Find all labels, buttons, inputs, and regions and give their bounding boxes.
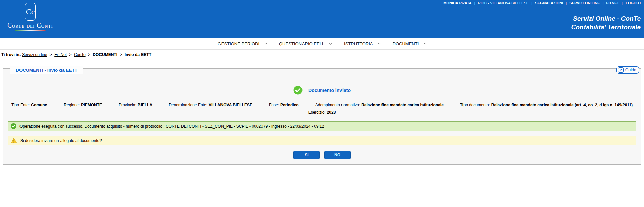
field-label: Denominazione Ente: — [169, 103, 207, 107]
page-title-tab: DOCUMENTI - Invio da EETT — [10, 66, 83, 74]
field-adempimento-normativo: Adempimento normativo:Relazione fine man… — [315, 103, 444, 107]
status-text: Documento inviato — [308, 88, 351, 93]
link-servizi-on-line[interactable]: SERVIZI ON LINE — [569, 1, 600, 5]
success-message-text: Operazione eseguita con successo. Docume… — [19, 124, 324, 129]
chevron-down-icon — [424, 41, 427, 44]
separator: | — [603, 1, 604, 5]
field-value: Relazione fine mandato carica istituzion… — [491, 103, 633, 107]
separator: | — [566, 1, 567, 5]
chevron-down-icon — [329, 41, 332, 44]
breadcrumb-section: DOCUMENTI — [93, 52, 117, 57]
field-value: Relazione fine mandato carica istituzion… — [361, 103, 444, 107]
field-value: VILLANOVA BIELLESE — [209, 103, 252, 107]
menu-label: DOCUMENTI — [393, 41, 419, 46]
breadcrumb-current-page: Invio da EETT — [125, 52, 151, 57]
italian-flag-stripe — [15, 30, 46, 31]
field-regione: Regione:PIEMONTE — [64, 103, 102, 107]
check-circle-icon — [11, 123, 16, 129]
link-logout[interactable]: LOGOUT — [626, 1, 641, 5]
si-button[interactable]: SI — [293, 151, 320, 159]
breadcrumb-link-servizi-on-line[interactable]: Servizi on-line — [22, 52, 47, 57]
chevron-down-icon — [377, 41, 381, 44]
app-header: Cc Corte dei Conti MONICA PRATA | RIDC -… — [0, 0, 644, 38]
app-title-line2: Contabilita' Territoriale — [571, 23, 641, 32]
field-value: Comune — [31, 103, 47, 107]
question-message-text: Si desidera inviare un allegato al docum… — [20, 138, 102, 143]
field-label: Adempimento normativo: — [315, 103, 360, 107]
field-provincia: Provincia:BIELLA — [119, 103, 152, 107]
guida-button[interactable]: ? Guida — [616, 66, 639, 74]
breadcrumb-link-fitnet[interactable]: FiTNet — [54, 52, 67, 57]
breadcrumb: Ti trovi in: Servizi on-line > FiTNet > … — [0, 49, 644, 60]
separator: | — [622, 1, 623, 5]
menu-questionario-eell[interactable]: QUESTIONARIO EELL — [279, 41, 332, 46]
separator: > — [88, 52, 90, 57]
corte-dei-conti-logo: Cc Corte dei Conti — [3, 3, 57, 31]
document-info-row: Tipo Ente:Comune Regione:PIEMONTE Provin… — [3, 103, 641, 107]
field-label: Esercizio: — [308, 110, 326, 115]
field-tipo-ente: Tipo Ente:Comune — [11, 103, 47, 107]
field-label: Provincia: — [119, 103, 136, 107]
field-denominazione-ente: Denominazione Ente:VILLANOVA BIELLESE — [169, 103, 252, 107]
question-mark-icon: ? — [618, 67, 624, 73]
menu-istruttoria[interactable]: ISTRUTTORIA — [344, 41, 380, 46]
breadcrumb-prefix: Ti trovi in: — [1, 52, 21, 57]
no-button[interactable]: NO — [324, 151, 351, 159]
field-value: Periodico — [280, 103, 299, 107]
field-value: PIEMONTE — [81, 103, 102, 107]
app-title-line1: Servizi Online - ConTe — [571, 15, 641, 23]
user-bar: MONICA PRATA | RIDC - VILLANOVA BIELLESE… — [443, 1, 641, 5]
field-label: Tipo documento: — [460, 103, 490, 107]
link-fitnet[interactable]: FITNET — [606, 1, 619, 5]
field-esercizio: Esercizio:2023 — [3, 110, 641, 115]
user-role: RIDC - VILLANOVA BIELLESE — [478, 1, 529, 5]
chevron-down-icon — [264, 41, 268, 44]
warning-triangle-icon — [11, 138, 17, 143]
menu-gestione-periodi[interactable]: GESTIONE PERIODI — [218, 41, 267, 46]
cc-monogram-icon: Cc — [25, 3, 36, 21]
check-circle-icon — [293, 86, 303, 95]
guida-label: Guida — [625, 68, 636, 72]
field-value: 2023 — [327, 110, 336, 115]
field-tipo-documento: Tipo documento:Relazione fine mandato ca… — [460, 103, 633, 107]
app-title: Servizi Online - ConTe Contabilita' Terr… — [571, 15, 641, 31]
separator: > — [50, 52, 52, 57]
menu-label: ISTRUTTORIA — [344, 41, 373, 46]
logo-institution-name: Corte dei Conti — [3, 22, 57, 29]
user-name: MONICA PRATA — [443, 1, 472, 5]
link-segnalazioni[interactable]: SEGNALAZIONI — [535, 1, 563, 5]
field-value: BIELLA — [138, 103, 152, 107]
menu-label: QUESTIONARIO EELL — [279, 41, 324, 46]
success-message: Operazione eseguita con successo. Docume… — [8, 121, 636, 131]
field-label: Tipo Ente: — [11, 103, 30, 107]
separator: > — [69, 52, 72, 57]
status-row: Documento inviato — [3, 86, 641, 95]
menu-documenti[interactable]: DOCUMENTI — [393, 41, 427, 46]
confirm-button-row: SI NO — [3, 151, 641, 159]
separator: > — [120, 52, 122, 57]
field-fase: Fase:Periodico — [269, 103, 299, 107]
field-label: Fase: — [269, 103, 279, 107]
field-label: Regione: — [64, 103, 80, 107]
menu-label: GESTIONE PERIODI — [218, 41, 259, 46]
separator: | — [531, 1, 532, 5]
content-panel: DOCUMENTI - Invio da EETT ? Guida Docume… — [3, 68, 641, 165]
breadcrumb-link-conte[interactable]: ConTe — [74, 52, 86, 57]
separator: | — [474, 1, 475, 5]
divider-line — [8, 118, 636, 118]
question-message: Si desidera inviare un allegato al docum… — [8, 136, 636, 145]
main-menu: GESTIONE PERIODI QUESTIONARIO EELL ISTRU… — [0, 38, 644, 49]
